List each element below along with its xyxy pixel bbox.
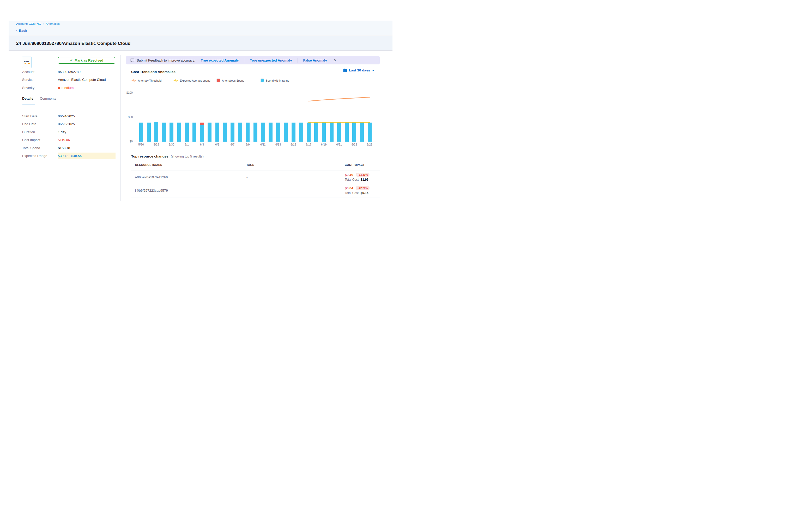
bar-6/14[interactable] <box>284 122 288 141</box>
bar-6/17[interactable] <box>307 122 310 141</box>
bar-6/4[interactable] <box>208 122 211 141</box>
spend-segment <box>192 122 196 141</box>
y-tick-label: $100 <box>126 91 133 94</box>
feedback-option-2[interactable]: True unexpected Anomaly <box>250 58 292 62</box>
bar-6/11[interactable] <box>261 122 265 141</box>
bar-6/24[interactable] <box>360 122 364 141</box>
total-cost: Total Cost:$0.15 <box>345 191 369 195</box>
chart-legend: Anomaly ThresholdExpected Average spendA… <box>126 79 380 84</box>
bar-5/29[interactable] <box>162 122 166 141</box>
feedback-bar: Submit Feedback to improve accuracy: Tru… <box>126 56 380 64</box>
back-button[interactable]: ‹ Back <box>16 28 27 33</box>
x-tick-label: 6/19 <box>318 143 330 146</box>
resource-tags: - <box>246 189 247 192</box>
bar-6/8[interactable] <box>238 122 242 141</box>
cost-impact-cell: $0.04+42.26%Total Cost:$0.15 <box>345 185 369 195</box>
x-tick-label: 6/3 <box>196 143 208 146</box>
bar-6/6[interactable] <box>223 122 227 141</box>
spend-segment <box>185 122 189 141</box>
spend-segment <box>345 122 349 141</box>
cost-impact-amount: $0.04 <box>345 186 353 190</box>
bar-5/31[interactable] <box>177 122 181 141</box>
bar-6/18[interactable] <box>314 122 318 141</box>
spend-segment <box>330 122 334 141</box>
x-tick-label: 6/9 <box>242 143 253 146</box>
bar-5/28[interactable] <box>154 122 158 141</box>
feedback-option-3[interactable]: False Anomaly <box>303 58 327 62</box>
tab-details[interactable]: Details <box>22 96 33 104</box>
bar-6/21[interactable] <box>337 122 341 141</box>
field-label: Start Date <box>22 114 58 118</box>
feedback-option-1[interactable]: True expected Anomaly <box>201 58 239 62</box>
legend-swatch-icon <box>217 79 220 82</box>
spend-segment <box>269 122 272 141</box>
bar-5/26[interactable] <box>139 122 143 141</box>
bar-5/30[interactable] <box>170 122 173 141</box>
bar-5/27[interactable] <box>147 122 151 141</box>
bar-6/15[interactable] <box>291 122 296 141</box>
spend-segment <box>291 122 296 141</box>
header-band: Account: CCM-NG › Anomalies ‹ Back <box>8 21 393 36</box>
date-range-selector[interactable]: Last 30 days <box>343 68 375 72</box>
comment-bubble-icon <box>130 58 134 62</box>
details-tabs: Details Comments <box>22 96 116 104</box>
column-header-cost-impact: COST IMPACT <box>345 163 365 166</box>
legend-line-icon <box>131 79 136 82</box>
tab-comments[interactable]: Comments <box>40 96 56 104</box>
bar-6/20[interactable] <box>330 122 334 141</box>
panel-divider <box>120 55 121 201</box>
spend-segment <box>253 122 258 141</box>
bar-6/2[interactable] <box>192 122 196 141</box>
x-tick-label: 6/7 <box>227 143 238 146</box>
field-label: Severity <box>22 86 58 90</box>
back-label: Back <box>19 29 27 33</box>
detail-field-row: End Date06/25/2025 <box>22 120 116 128</box>
chevron-down-icon <box>372 70 375 71</box>
breadcrumb-account-link[interactable]: Account: CCM-NG <box>16 22 41 25</box>
table-title: Top resource changes <box>131 154 169 158</box>
bar-6/22[interactable] <box>345 122 349 141</box>
bar-6/13[interactable] <box>276 122 280 141</box>
mark-as-resolved-button[interactable]: ✓ Mark as Resolved <box>58 57 115 64</box>
x-tick-label: 6/13 <box>272 143 284 146</box>
spend-segment <box>177 122 181 141</box>
spend-segment <box>208 122 211 141</box>
tabs-divider <box>22 105 116 105</box>
close-icon[interactable]: ✕ <box>334 59 337 62</box>
spend-segment <box>307 122 310 141</box>
bar-6/12[interactable] <box>269 122 272 141</box>
cost-impact-amount: $0.49 <box>345 173 353 177</box>
spend-segment <box>170 122 173 141</box>
legend-item: Anomalous Spend <box>217 79 244 82</box>
field-label: Duration <box>22 130 58 134</box>
bar-6/7[interactable] <box>230 122 234 141</box>
aws-provider-icon: aws <box>22 57 32 68</box>
bar-6/19[interactable] <box>322 122 326 141</box>
table-row[interactable]: i-0b6f257223cad9579-$0.04+42.26%Total Co… <box>131 184 380 197</box>
breadcrumb-anomalies-link[interactable]: Anomalies <box>46 22 60 25</box>
table-row[interactable]: i-06597ba197fe112b6-$0.49+33.33%Total Co… <box>131 171 380 184</box>
bar-6/16[interactable] <box>299 122 303 141</box>
spend-segment <box>368 122 372 141</box>
x-tick-label: 6/23 <box>349 143 360 146</box>
bar-6/5[interactable] <box>215 122 219 141</box>
aws-smile-icon <box>24 62 30 65</box>
legend-label: Anomaly Threshold <box>138 79 162 82</box>
active-tab-indicator <box>22 104 35 106</box>
bar-6/3[interactable] <box>200 122 204 141</box>
spend-segment <box>322 122 326 141</box>
feedback-divider <box>298 58 298 62</box>
change-percent-badge: +33.33% <box>356 173 370 177</box>
summary-field-row: ServiceAmazon Elastic Compute Cloud <box>22 76 116 84</box>
table-column-headers: RESOURCE ID/ARN TAGS COST IMPACT <box>131 159 380 171</box>
field-value: 1 day <box>58 130 66 134</box>
spend-segment <box>284 122 288 141</box>
breadcrumb: Account: CCM-NG › Anomalies <box>16 22 60 25</box>
bar-6/10[interactable] <box>253 122 258 141</box>
x-tick-label: 6/21 <box>333 143 345 146</box>
spend-segment <box>162 122 166 141</box>
bar-6/23[interactable] <box>352 122 356 141</box>
bar-6/1[interactable] <box>185 122 189 141</box>
bar-6/9[interactable] <box>246 122 250 141</box>
bar-6/25[interactable] <box>368 122 372 141</box>
